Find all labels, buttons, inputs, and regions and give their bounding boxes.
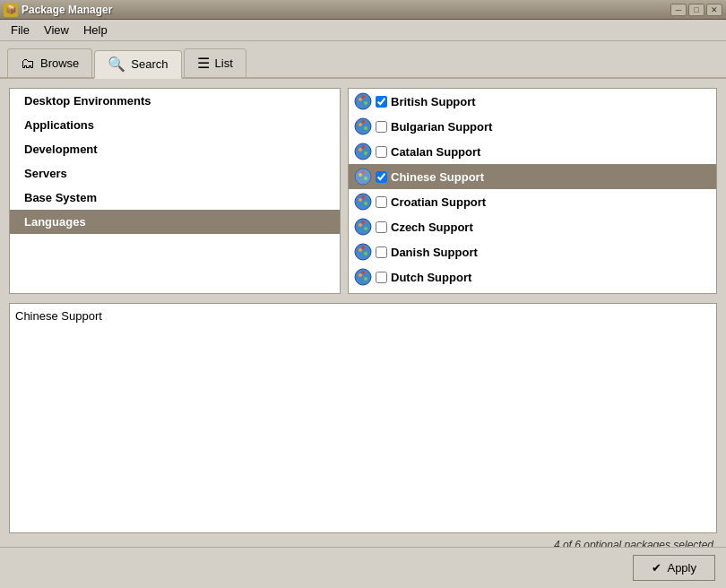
title-bar: 📦 Package Manager ─ □ ✕: [0, 0, 726, 20]
package-icon: [354, 92, 372, 110]
package-checkbox-british[interactable]: [376, 96, 387, 108]
maximize-button[interactable]: □: [688, 4, 704, 16]
svg-point-14: [364, 177, 367, 180]
package-name: Czech Support: [391, 220, 473, 234]
package-name: Danish Support: [391, 246, 478, 259]
package-name: Chinese Support: [391, 170, 484, 184]
app-icon: 📦: [4, 3, 18, 17]
category-panel: Desktop Environments Applications Develo…: [9, 88, 341, 294]
package-checkbox-catalan[interactable]: [376, 146, 387, 158]
tab-list[interactable]: ☰ List: [184, 48, 246, 77]
category-development[interactable]: Development: [10, 137, 340, 161]
list-item[interactable]: Chinese Support: [349, 164, 716, 189]
package-checkbox-bulgarian[interactable]: [376, 121, 387, 133]
package-name: Croatian Support: [391, 195, 486, 209]
menu-view[interactable]: View: [37, 22, 76, 39]
list-item[interactable]: Croatian Support: [349, 189, 716, 214]
svg-point-1: [359, 98, 362, 101]
package-name: Bulgarian Support: [391, 120, 492, 134]
package-icon: [354, 243, 372, 261]
search-icon: 🔍: [108, 56, 125, 73]
menu-bar: File View Help: [0, 20, 726, 41]
category-languages[interactable]: Languages: [10, 210, 340, 234]
svg-point-21: [359, 223, 362, 227]
category-desktop-environments[interactable]: Desktop Environments: [10, 89, 340, 113]
svg-point-27: [361, 246, 365, 249]
package-name: British Support: [391, 95, 476, 108]
package-checkbox-czech[interactable]: [376, 221, 387, 233]
window-controls: ─ □ ✕: [670, 4, 722, 16]
minimize-button[interactable]: ─: [670, 4, 687, 16]
apply-checkmark-icon: ✔: [652, 561, 661, 575]
package-icon: [354, 168, 372, 186]
svg-point-9: [359, 148, 362, 151]
svg-point-19: [361, 195, 365, 199]
svg-point-2: [364, 101, 367, 105]
footer: ✔ Apply: [0, 547, 726, 588]
svg-point-26: [364, 252, 367, 255]
package-checkbox-chinese[interactable]: [376, 171, 387, 183]
close-button[interactable]: ✕: [706, 4, 722, 16]
tab-search-label: Search: [131, 57, 168, 71]
package-icon: [354, 143, 372, 160]
tab-search[interactable]: 🔍 Search: [94, 50, 181, 79]
tab-browse[interactable]: 🗂 Browse: [7, 48, 92, 77]
tab-list-label: List: [215, 56, 233, 70]
menu-file[interactable]: File: [4, 22, 37, 39]
package-checkbox-croatian[interactable]: [376, 196, 387, 208]
svg-point-31: [361, 271, 365, 274]
package-icon: [354, 268, 372, 286]
list-icon: ☰: [197, 55, 210, 72]
svg-point-18: [364, 202, 367, 205]
list-item[interactable]: Danish Support: [349, 239, 716, 264]
apply-button[interactable]: ✔ Apply: [633, 555, 715, 581]
svg-point-29: [359, 273, 362, 277]
list-item[interactable]: Dutch Support: [349, 264, 716, 290]
apply-label: Apply: [667, 561, 696, 575]
description-text: Chinese Support: [15, 309, 102, 323]
category-base-system[interactable]: Base System: [10, 186, 340, 210]
package-panel[interactable]: British Support Bulgarian Support: [348, 88, 717, 294]
svg-point-7: [361, 120, 365, 124]
category-servers[interactable]: Servers: [10, 161, 340, 186]
svg-point-25: [359, 248, 362, 252]
package-checkbox-danish[interactable]: [376, 246, 387, 258]
title-bar-left: 📦 Package Manager: [4, 3, 112, 17]
svg-point-11: [361, 145, 365, 149]
svg-point-6: [364, 126, 367, 130]
svg-point-15: [361, 170, 365, 174]
svg-point-13: [359, 173, 362, 177]
list-item[interactable]: Catalan Support: [349, 139, 716, 164]
svg-point-22: [364, 227, 367, 230]
package-name: Catalan Support: [391, 145, 480, 159]
svg-point-23: [361, 220, 365, 224]
main-content: Desktop Environments Applications Develo…: [0, 79, 726, 588]
svg-point-3: [361, 95, 365, 99]
menu-help[interactable]: Help: [76, 22, 115, 39]
package-icon: [354, 193, 372, 211]
list-item[interactable]: Czech Support: [349, 214, 716, 239]
list-item[interactable]: British Support: [349, 89, 716, 114]
svg-point-5: [359, 123, 362, 126]
package-icon: [354, 117, 372, 135]
svg-point-10: [364, 151, 367, 155]
svg-point-17: [359, 198, 362, 202]
panels-row: Desktop Environments Applications Develo…: [9, 88, 717, 294]
list-item[interactable]: Bulgarian Support: [349, 114, 716, 139]
description-area: Chinese Support: [9, 303, 717, 533]
window-title: Package Manager: [22, 4, 112, 16]
svg-point-30: [364, 277, 367, 281]
package-checkbox-dutch[interactable]: [376, 272, 387, 283]
browse-icon: 🗂: [21, 56, 35, 72]
tab-browse-label: Browse: [40, 56, 79, 70]
category-applications[interactable]: Applications: [10, 113, 340, 137]
tab-bar: 🗂 Browse 🔍 Search ☰ List: [0, 41, 726, 79]
package-name: Dutch Support: [391, 271, 471, 284]
package-icon: [354, 218, 372, 236]
